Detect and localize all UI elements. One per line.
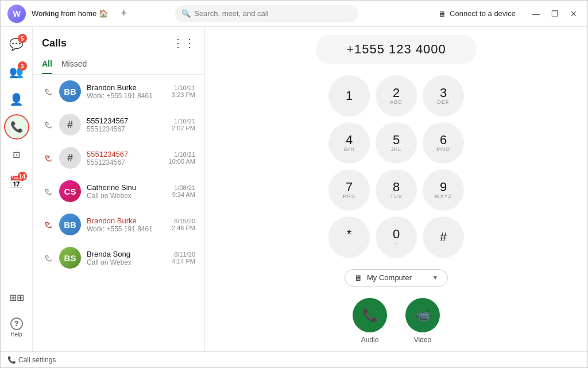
outgoing-call-icon bbox=[42, 121, 53, 129]
sidebar-bottom: ⊞⊞ ? Help bbox=[1, 285, 32, 347]
dial-sub-chars: JKL bbox=[391, 147, 402, 152]
calls-header: Calls ⋮⋮ bbox=[33, 27, 204, 55]
call-list-item[interactable]: #555123456755512345671/10/212:02 PM bbox=[33, 108, 204, 141]
call-time-area: 1/08/219:34 AM bbox=[172, 184, 195, 198]
dialpad-grid: 12ABC3DEF4GHI5JKL6MNO7PRS8TUV9WXYZ*·0+# bbox=[328, 75, 464, 258]
user-avatar[interactable]: W bbox=[7, 5, 26, 23]
dialpad-area: +1555 123 4000 12ABC3DEF4GHI5JKL6MNO7PRS… bbox=[205, 27, 587, 351]
call-list-item[interactable]: BBBrandon BurkeWork: +555 191 84611/10/2… bbox=[33, 75, 204, 108]
audio-call-button[interactable]: 📞 Audio bbox=[353, 298, 387, 344]
call-subtitle: Work: +555 191 8461 bbox=[87, 92, 166, 100]
call-time: 2:46 PM bbox=[172, 224, 195, 231]
help-button[interactable]: ? Help bbox=[4, 312, 29, 342]
video-call-button[interactable]: 📹 Video bbox=[405, 298, 440, 344]
call-time: 9:34 AM bbox=[172, 191, 195, 198]
chat-badge: 5 bbox=[18, 34, 27, 43]
dial-button-3[interactable]: 3DEF bbox=[423, 75, 464, 117]
dial-button-0[interactable]: 0+ bbox=[376, 216, 417, 258]
sidebar-item-people[interactable]: 👤 bbox=[4, 87, 29, 112]
call-details: Brandon BurkeWork: +555 191 8461 bbox=[87, 216, 166, 233]
call-list-item[interactable]: BSBrenda SongCall on Webex8/11/204:14 PM bbox=[33, 241, 204, 274]
call-subtitle: 5551234567 bbox=[87, 158, 163, 166]
call-time: 10:00 AM bbox=[169, 158, 195, 165]
dial-button-7[interactable]: 7PRS bbox=[328, 169, 370, 211]
audio-call-circle[interactable]: 📞 bbox=[353, 298, 387, 332]
messaging-icon: ⊡ bbox=[13, 149, 20, 160]
dial-button-5[interactable]: 5JKL bbox=[376, 122, 417, 164]
dial-sub-chars: GHI bbox=[343, 147, 354, 152]
tab-missed[interactable]: Missed bbox=[61, 55, 87, 74]
call-avatar: # bbox=[59, 114, 81, 135]
calls-icon: 📞 bbox=[10, 121, 23, 133]
dial-button-1[interactable]: 1 bbox=[328, 75, 370, 117]
sidebar-item-chat[interactable]: 💬 5 bbox=[4, 32, 29, 57]
call-time: 3:23 PM bbox=[172, 91, 195, 98]
dial-button-4[interactable]: 4GHI bbox=[328, 122, 370, 164]
video-call-circle[interactable]: 📹 bbox=[405, 298, 440, 332]
monitor-icon: 🖥 bbox=[354, 273, 362, 282]
sidebar: 💬 5 👥 3 👤 📞 ⊡ 📅 14 ⊞⊞ ? Help bbox=[1, 27, 33, 351]
call-name: Catherine Sinu bbox=[87, 183, 167, 192]
call-settings-label[interactable]: Call settings bbox=[18, 356, 56, 364]
call-settings-icon: 📞 bbox=[7, 356, 16, 364]
call-list-item[interactable]: #555123456755512345671/10/2110:00 AM bbox=[33, 141, 204, 175]
call-name: 5551234567 bbox=[87, 117, 166, 125]
grid-icon: ⊞⊞ bbox=[9, 292, 24, 303]
close-button[interactable]: ✕ bbox=[567, 8, 581, 20]
dial-sub-chars: · bbox=[348, 241, 350, 246]
call-details: Brandon BurkeWork: +555 191 8461 bbox=[87, 83, 166, 100]
dial-button-#[interactable]: # bbox=[423, 216, 464, 258]
call-date: 8/15/20 bbox=[172, 218, 195, 224]
call-name: Brandon Burke bbox=[87, 83, 166, 92]
call-date: 1/10/21 bbox=[169, 151, 195, 158]
dial-button-*[interactable]: *· bbox=[328, 216, 370, 258]
connect-device-button[interactable]: 🖥 Connect to a device bbox=[438, 9, 516, 18]
maximize-button[interactable]: ❐ bbox=[548, 8, 562, 20]
call-time: 2:02 PM bbox=[172, 125, 195, 131]
dial-main-char: 1 bbox=[346, 90, 353, 102]
device-selector[interactable]: 🖥 My Computer ▼ bbox=[345, 269, 448, 286]
new-button[interactable]: + bbox=[116, 6, 132, 22]
dial-sub-chars: DEF bbox=[438, 100, 450, 105]
calls-tabs: All Missed bbox=[33, 55, 204, 75]
dial-button-2[interactable]: 2ABC bbox=[376, 75, 417, 117]
outgoing-call-icon bbox=[42, 187, 53, 195]
call-avatar: BB bbox=[59, 80, 81, 102]
sidebar-item-contacts[interactable]: 👥 3 bbox=[4, 59, 29, 84]
dial-main-char: 5 bbox=[393, 134, 400, 146]
tab-all[interactable]: All bbox=[42, 55, 52, 74]
sidebar-item-calendar[interactable]: 📅 14 bbox=[4, 169, 29, 195]
search-input[interactable] bbox=[194, 9, 351, 18]
dial-button-9[interactable]: 9WXYZ bbox=[423, 169, 464, 211]
calls-grid-button[interactable]: ⋮⋮ bbox=[172, 36, 195, 50]
call-time-area: 1/10/213:23 PM bbox=[172, 84, 195, 98]
search-bar[interactable]: 🔍 bbox=[175, 5, 358, 22]
people-icon: 👤 bbox=[9, 92, 24, 106]
call-avatar: BS bbox=[59, 247, 81, 269]
dial-sub-chars: WXYZ bbox=[435, 194, 452, 199]
call-list-item[interactable]: CSCatherine SinuCall on Webex1/08/219:34… bbox=[33, 175, 204, 208]
call-actions: 📞 Audio 📹 Video bbox=[353, 298, 440, 344]
call-subtitle: Call on Webex bbox=[87, 192, 167, 200]
statusbar: 📞 Call settings bbox=[1, 351, 587, 367]
phone-icon: 📞 bbox=[362, 308, 378, 323]
dial-button-6[interactable]: 6MNO bbox=[423, 122, 464, 164]
calls-title: Calls bbox=[42, 37, 67, 49]
call-list-item[interactable]: BBBrandon BurkeWork: +555 191 84618/15/2… bbox=[33, 208, 204, 241]
outgoing-call-icon bbox=[42, 254, 53, 262]
phone-display[interactable]: +1555 123 4000 bbox=[316, 35, 477, 64]
call-avatar: CS bbox=[59, 180, 81, 202]
device-selector-left: 🖥 My Computer bbox=[354, 273, 412, 282]
sidebar-item-calls[interactable]: 📞 bbox=[4, 114, 29, 140]
dial-main-char: 3 bbox=[440, 87, 447, 99]
sidebar-item-messaging[interactable]: ⊡ bbox=[4, 142, 29, 167]
audio-label: Audio bbox=[361, 336, 379, 344]
titlebar: W Working from home 🏠 + 🔍 🖥 Connect to a… bbox=[1, 1, 587, 27]
call-name: Brandon Burke bbox=[87, 216, 166, 225]
dial-sub-chars: MNO bbox=[436, 147, 450, 152]
search-icon: 🔍 bbox=[181, 9, 191, 18]
minimize-button[interactable]: — bbox=[528, 8, 543, 20]
dial-main-char: 2 bbox=[393, 87, 400, 99]
dial-button-8[interactable]: 8TUV bbox=[376, 169, 417, 211]
apps-button[interactable]: ⊞⊞ bbox=[4, 285, 29, 310]
